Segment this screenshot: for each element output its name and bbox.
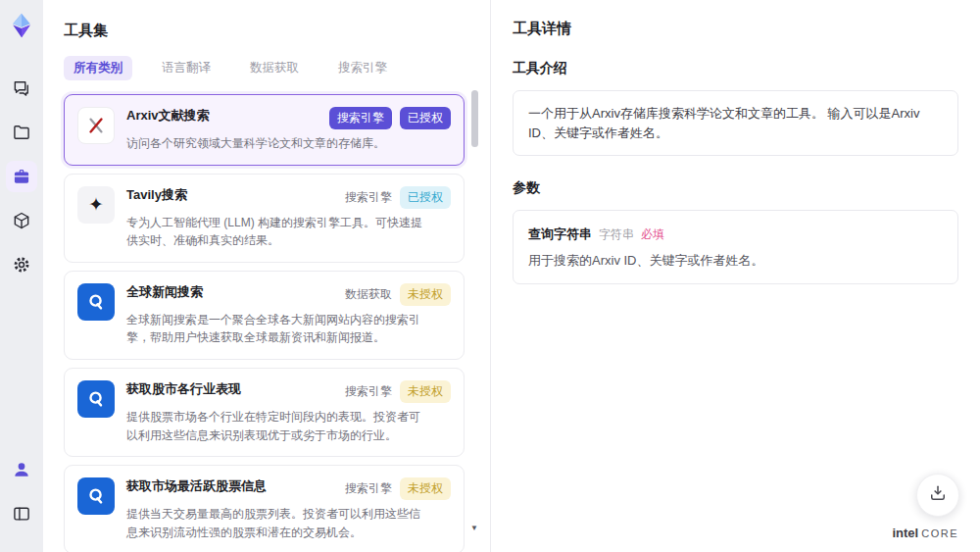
auth-status-badge: 已授权 xyxy=(400,186,451,209)
category-badge: 搜索引擎 xyxy=(345,477,392,500)
tab-数据获取[interactable]: 数据获取 xyxy=(240,56,309,80)
category-badge: 搜索引擎 xyxy=(329,107,392,129)
param-card: 查询字符串字符串必填 用于搜索的Arxiv ID、关键字或作者姓名。 xyxy=(513,210,958,284)
intel-core-logo: intel CORE xyxy=(892,526,958,540)
auth-status-badge: 未授权 xyxy=(400,283,451,306)
tavily-icon: ✦ xyxy=(77,186,115,224)
tool-name: 获取股市各行业表现 xyxy=(126,380,241,398)
tool-name: 全球新闻搜索 xyxy=(126,283,203,301)
search-blue-icon xyxy=(77,380,115,418)
param-name: 查询字符串 xyxy=(528,226,592,241)
tool-list: Arxiv文献搜索 搜索引擎 已授权 访问各个研究领域大量科学论文和文章的存储库… xyxy=(43,94,490,552)
tool-detail-panel: 工具详情 工具介绍 一个用于从Arxiv存储库搜索科学论文和文章的工具。 输入可… xyxy=(490,0,980,552)
category-tabs: 所有类别语言翻译数据获取搜索引擎 xyxy=(43,40,490,94)
auth-status-badge: 已授权 xyxy=(400,107,451,129)
tab-所有类别[interactable]: 所有类别 xyxy=(64,56,132,80)
tool-card[interactable]: Arxiv文献搜索 搜索引擎 已授权 访问各个研究领域大量科学论文和文章的存储库… xyxy=(64,94,465,166)
tab-搜索引擎[interactable]: 搜索引擎 xyxy=(328,56,397,80)
scrollbar-thumb[interactable] xyxy=(471,90,478,147)
detail-title: 工具详情 xyxy=(513,20,958,38)
auth-status-badge: 未授权 xyxy=(400,477,451,500)
page-title: 工具集 xyxy=(43,0,490,40)
tool-card[interactable]: 全球新闻搜索 数据获取 未授权 全球新闻搜索是一个聚合全球各大新闻网站内容的搜索… xyxy=(64,271,465,360)
tool-collection-panel: 工具集 所有类别语言翻译数据获取搜索引擎 Arxiv文献搜索 搜索引擎 已授权 … xyxy=(43,0,490,552)
tool-card[interactable]: 获取市场最活跃股票信息 搜索引擎 未授权 提供当天交易量最高的股票列表。投资者可… xyxy=(64,465,465,552)
tool-description: 全球新闻搜索是一个聚合全球各大新闻网站内容的搜索引擎，帮助用户快速获取全球最新资… xyxy=(126,311,451,347)
search-blue-icon xyxy=(77,477,115,515)
download-icon xyxy=(928,483,948,507)
intro-heading: 工具介绍 xyxy=(513,60,958,77)
list-scrollbar[interactable]: ▼ xyxy=(471,86,478,546)
category-badge: 数据获取 xyxy=(345,283,392,306)
gear-icon[interactable] xyxy=(6,249,37,280)
auth-status-badge: 未授权 xyxy=(400,380,451,403)
chat-icon[interactable] xyxy=(6,73,37,104)
tool-name: Tavily搜索 xyxy=(126,186,187,204)
folder-icon[interactable] xyxy=(6,117,37,148)
search-blue-icon xyxy=(77,283,115,321)
app-rail xyxy=(0,0,43,552)
app-logo-icon xyxy=(8,12,35,39)
download-button[interactable] xyxy=(916,474,959,517)
brand-intel: intel xyxy=(892,526,918,540)
param-type: 字符串 xyxy=(599,227,634,241)
tool-description: 提供当天交易量最高的股票列表。投资者可以利用这些信息来识别流动性强的股票和潜在的… xyxy=(126,505,451,541)
tool-name: Arxiv文献搜索 xyxy=(126,107,210,125)
scroll-down-icon[interactable]: ▼ xyxy=(470,524,478,532)
intro-text: 一个用于从Arxiv存储库搜索科学论文和文章的工具。 输入可以是Arxiv ID… xyxy=(513,90,958,156)
arxiv-icon xyxy=(77,107,115,144)
tool-card[interactable]: 获取股市各行业表现 搜索引擎 未授权 提供股票市场各个行业在特定时间段内的表现。… xyxy=(64,368,465,457)
person-icon[interactable] xyxy=(6,454,37,485)
cube-icon[interactable] xyxy=(6,205,37,236)
param-required-badge: 必填 xyxy=(641,227,664,241)
category-badge: 搜索引擎 xyxy=(345,186,392,209)
param-header: 查询字符串字符串必填 xyxy=(528,225,943,243)
tool-name: 获取市场最活跃股票信息 xyxy=(126,477,267,495)
tool-description: 访问各个研究领域大量科学论文和文章的存储库。 xyxy=(126,134,451,153)
tab-语言翻译[interactable]: 语言翻译 xyxy=(152,56,220,80)
tool-card[interactable]: ✦ Tavily搜索 搜索引擎 已授权 专为人工智能代理 (LLM) 构建的搜索… xyxy=(64,174,465,263)
briefcase-icon[interactable] xyxy=(6,161,37,192)
brand-core: CORE xyxy=(921,527,958,539)
param-description: 用于搜索的Arxiv ID、关键字或作者姓名。 xyxy=(528,252,943,270)
category-badge: 搜索引擎 xyxy=(345,380,392,403)
tool-description: 专为人工智能代理 (LLM) 构建的搜索引擎工具。可快速提供实时、准确和真实的结… xyxy=(126,214,451,250)
tool-description: 提供股票市场各个行业在特定时间段内的表现。投资者可以利用这些信息来识别表现优于或… xyxy=(126,408,451,444)
panel-icon[interactable] xyxy=(6,498,37,529)
params-heading: 参数 xyxy=(513,179,958,197)
